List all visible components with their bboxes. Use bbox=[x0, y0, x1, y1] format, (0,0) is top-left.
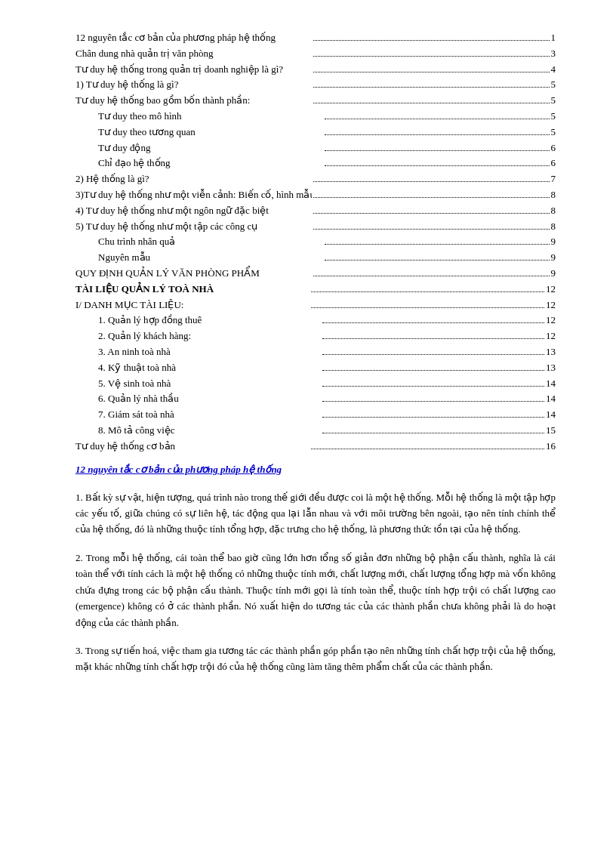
toc-page-number: 9 bbox=[551, 266, 556, 282]
toc-main-link[interactable]: 12 nguyên tắc cơ bản của phương pháp hệ … bbox=[75, 464, 282, 475]
toc-entry-text: 1) Tư duy hệ thống là gì? bbox=[75, 77, 312, 93]
toc-entry-text: Chân dung nhà quản trị văn phòng bbox=[75, 46, 312, 62]
toc-entry: Tư duy theo tương quan5 bbox=[75, 125, 556, 140]
table-of-contents: 12 nguyên tắc cơ bản của phương pháp hệ … bbox=[75, 30, 556, 476]
toc-entry-text: 4. Kỹ thuật toà nhà bbox=[98, 360, 321, 376]
toc-page-number: 8 bbox=[551, 219, 556, 235]
toc-entry-text: Chỉ đạo hệ thống bbox=[98, 156, 323, 171]
toc-entry: 12 nguyên tắc cơ bản của phương pháp hệ … bbox=[75, 30, 556, 46]
toc-entry-text: 6. Quản lý nhà thầu bbox=[98, 391, 321, 407]
toc-page-number: 12 bbox=[546, 313, 556, 328]
toc-entry: TÀI LIỆU QUẢN LÝ TOÀ NHÀ12 bbox=[75, 282, 556, 298]
toc-entry: 4) Tư duy hệ thống như một ngôn ngữ đặc … bbox=[75, 203, 556, 219]
toc-entry-text: 3. An ninh toà nhà bbox=[98, 344, 321, 360]
toc-entry: 1. Quản lý hợp đồng thuê12 bbox=[75, 313, 556, 328]
toc-entry-text: Tư duy hệ thống trong quản trị doanh ngh… bbox=[75, 62, 312, 78]
toc-entry-text: Tư duy hệ thống bao gồm bốn thành phần: bbox=[75, 93, 312, 109]
toc-page-number: 3 bbox=[551, 46, 556, 62]
toc-entry-text: 2. Quản lý khách hàng: bbox=[98, 328, 321, 344]
toc-page-number: 5 bbox=[551, 125, 556, 140]
toc-entry-text: Tư duy theo mô hình bbox=[98, 109, 323, 125]
toc-entry-text: 12 nguyên tắc cơ bản của phương pháp hệ … bbox=[75, 30, 312, 46]
toc-page-number: 6 bbox=[551, 156, 556, 171]
toc-page-number: 7 bbox=[551, 171, 556, 187]
toc-page-number: 16 bbox=[546, 439, 556, 455]
content-paragraph: 3. Trong sự tiến hoá, việc tham gia tươn… bbox=[75, 643, 556, 675]
toc-entry: 5. Vệ sinh toà nhà14 bbox=[75, 376, 556, 392]
toc-entry-text: Chu trình nhân quả bbox=[98, 234, 323, 250]
content-section: 1. Bất kỳ sự vật, hiện tượng, quá trình … bbox=[75, 489, 556, 675]
content-paragraph: 1. Bất kỳ sự vật, hiện tượng, quá trình … bbox=[75, 489, 556, 538]
toc-page-number: 12 bbox=[546, 282, 556, 298]
toc-page-number: 12 bbox=[546, 298, 556, 313]
toc-page-number: 5 bbox=[551, 93, 556, 109]
toc-entry-text: 4) Tư duy hệ thống như một ngôn ngữ đặc … bbox=[75, 203, 312, 219]
toc-entry-text: 1. Quản lý hợp đồng thuê bbox=[98, 313, 321, 328]
toc-page-number: 8 bbox=[551, 187, 556, 203]
toc-entry: Nguyên mẫu9 bbox=[75, 250, 556, 266]
toc-entry: 3. An ninh toà nhà13 bbox=[75, 344, 556, 360]
toc-entry-text: Nguyên mẫu bbox=[98, 250, 323, 266]
toc-entry-text: 5) Tư duy hệ thống như một tập các công … bbox=[75, 219, 312, 235]
toc-entry: 4. Kỹ thuật toà nhà13 bbox=[75, 360, 556, 376]
toc-entry: Tư duy hệ thống trong quản trị doanh ngh… bbox=[75, 62, 556, 78]
toc-entry-text: 3)Tư duy hệ thống như một viễn cảnh: Biế… bbox=[75, 187, 312, 203]
toc-entry: 2. Quản lý khách hàng:12 bbox=[75, 328, 556, 344]
toc-page-number: 1 bbox=[551, 30, 556, 46]
toc-page-number: 12 bbox=[546, 328, 556, 344]
toc-entry-text: 7. Giám sát toà nhà bbox=[98, 407, 321, 423]
toc-page-number: 8 bbox=[551, 203, 556, 219]
toc-entry-text: 8. Mô tả công việc bbox=[98, 423, 321, 439]
toc-page-number: 9 bbox=[551, 234, 556, 250]
toc-page-number: 13 bbox=[546, 360, 556, 376]
toc-entry: 8. Mô tả công việc15 bbox=[75, 423, 556, 439]
toc-page-number: 6 bbox=[551, 140, 556, 156]
toc-page-number: 13 bbox=[546, 344, 556, 360]
toc-entry: 2) Hệ thống là gì?7 bbox=[75, 171, 556, 187]
toc-entry: Tư duy theo mô hình5 bbox=[75, 109, 556, 125]
toc-entry: 1) Tư duy hệ thống là gì?5 bbox=[75, 77, 556, 93]
toc-entry: Chu trình nhân quả9 bbox=[75, 234, 556, 250]
toc-entry: I/ DANH MỤC TÀI LIỆU:12 bbox=[75, 298, 556, 313]
toc-entry-text: TÀI LIỆU QUẢN LÝ TOÀ NHÀ bbox=[75, 282, 310, 298]
toc-page-number: 14 bbox=[546, 391, 556, 407]
toc-entry: Chân dung nhà quản trị văn phòng3 bbox=[75, 46, 556, 62]
toc-entry-text: 5. Vệ sinh toà nhà bbox=[98, 376, 321, 392]
toc-entry: 7. Giám sát toà nhà14 bbox=[75, 407, 556, 423]
toc-entry: 5) Tư duy hệ thống như một tập các công … bbox=[75, 219, 556, 235]
toc-page-number: 15 bbox=[546, 423, 556, 439]
toc-entry-text: QUY ĐỊNH QUẢN LÝ VĂN PHÒNG PHẨM bbox=[75, 266, 312, 282]
content-paragraph: 2. Trong mỗi hệ thống, cái toàn thể bao … bbox=[75, 550, 556, 631]
toc-entry: Tư duy hệ thống cơ bản16 bbox=[75, 439, 556, 455]
toc-entry-text: I/ DANH MỤC TÀI LIỆU: bbox=[75, 298, 310, 313]
toc-entry: Tư duy động6 bbox=[75, 140, 556, 156]
toc-entry-text: Tư duy theo tương quan bbox=[98, 125, 323, 140]
toc-page-number: 5 bbox=[551, 109, 556, 125]
toc-page-number: 14 bbox=[546, 376, 556, 392]
toc-page-number: 14 bbox=[546, 407, 556, 423]
toc-entry-text: Tư duy hệ thống cơ bản bbox=[75, 439, 310, 455]
toc-entry: Chỉ đạo hệ thống6 bbox=[75, 156, 556, 171]
toc-entry: 3)Tư duy hệ thống như một viễn cảnh: Biế… bbox=[75, 187, 556, 203]
toc-page-number: 4 bbox=[551, 62, 556, 78]
toc-entry-text: Tư duy động bbox=[98, 140, 323, 156]
toc-entry: QUY ĐỊNH QUẢN LÝ VĂN PHÒNG PHẨM9 bbox=[75, 266, 556, 282]
toc-entry: 6. Quản lý nhà thầu14 bbox=[75, 391, 556, 407]
toc-entry-text: 2) Hệ thống là gì? bbox=[75, 171, 312, 187]
toc-page-number: 5 bbox=[551, 77, 556, 93]
toc-page-number: 9 bbox=[551, 250, 556, 266]
toc-entry: Tư duy hệ thống bao gồm bốn thành phần:5 bbox=[75, 93, 556, 109]
